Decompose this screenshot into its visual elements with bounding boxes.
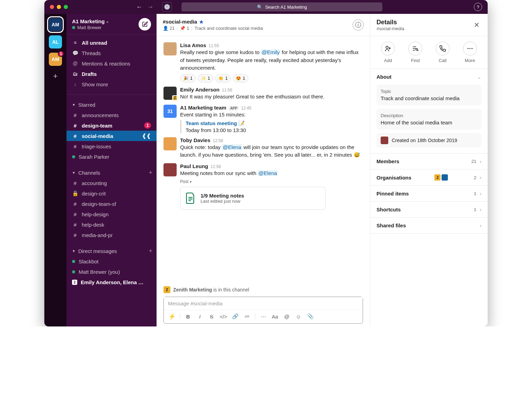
avatar[interactable] [163, 42, 177, 55]
mention[interactable]: @Elena [258, 170, 278, 176]
channel-item-accounting[interactable]: #accounting [66, 178, 157, 188]
bold-button[interactable]: B [183, 312, 193, 321]
list-button[interactable]: ≔ [242, 312, 252, 321]
dm-item-slackbot[interactable]: Slackbot [66, 256, 157, 267]
section-shortcuts[interactable]: Shortcuts1› [370, 202, 488, 217]
reaction[interactable]: 👏1 [215, 74, 231, 82]
hash-icon: # [72, 222, 78, 228]
section-shared-files[interactable]: Shared files› [370, 218, 488, 233]
close-window-button[interactable] [50, 5, 54, 9]
reaction[interactable]: 😍1 [233, 74, 248, 82]
strike-button[interactable]: S [206, 312, 217, 321]
channel-item-help-design[interactable]: #help-design [66, 209, 157, 219]
star-icon[interactable]: ★ [199, 19, 204, 25]
search-bar[interactable]: 🔍 Search A1 Marketing [181, 2, 382, 11]
compose-icon [142, 21, 148, 27]
starred-item-sarah-parker[interactable]: Sarah Parker [66, 151, 157, 162]
message-author[interactable]: Emily Anderson [180, 87, 220, 93]
section-pinned-items[interactable]: Pinned items1› [370, 186, 488, 201]
message-author[interactable]: Paul Leung [180, 163, 208, 169]
nav-item-drafts[interactable]: 🗂Drafts [66, 69, 157, 79]
action-call[interactable]: Call [436, 42, 450, 63]
history-button[interactable]: 🕘 [162, 2, 172, 12]
avatar[interactable] [163, 163, 177, 176]
avatar[interactable]: Z [163, 87, 177, 100]
attach-button[interactable]: 📎 [305, 312, 316, 321]
channel-topic[interactable]: Track and coordinate social media [195, 26, 263, 31]
mention-button[interactable]: @ [282, 312, 292, 321]
workspace-switcher[interactable]: A1 Marketing ⌄ [72, 18, 109, 24]
document-icon [185, 191, 196, 205]
compose-button[interactable] [139, 18, 151, 30]
attachment-card[interactable]: 1/9 Meeting notesLast edited just now [180, 187, 326, 210]
emoji-button[interactable]: ☺ [293, 312, 304, 321]
close-details-button[interactable]: ✕ [472, 20, 481, 30]
channel-item-help-desk[interactable]: #help-desk [66, 219, 157, 230]
channel-title[interactable]: #social-media ★ [163, 19, 263, 25]
starred-heading[interactable]: ▼ Starred [66, 99, 157, 110]
workspace-tile-am-2[interactable]: AM1 [49, 53, 62, 66]
workspace-tile-al-1[interactable]: AL [49, 35, 62, 49]
user-status[interactable]: Matt Brewer [72, 25, 109, 30]
nav-item-mentions-reactions[interactable]: @Mentions & reactions [66, 58, 157, 69]
add-dm-button[interactable]: + [149, 247, 152, 255]
channel-meta: 👤 21 | 📌 1 | Track and coordinate social… [163, 26, 263, 31]
channel-details-button[interactable]: ⓘ [353, 19, 364, 30]
italic-button[interactable]: I [195, 312, 205, 321]
chevron-down-icon: ⌄ [106, 19, 109, 23]
nav-item-all-unread[interactable]: ≡All unread [66, 37, 157, 48]
avatar[interactable]: 31 [163, 105, 177, 118]
dm-heading[interactable]: ▼ Direct messages + [66, 246, 157, 256]
action-add[interactable]: Add [381, 42, 395, 63]
add-workspace-button[interactable]: + [49, 70, 62, 82]
topic-card[interactable]: Topic Track and coordinate social media [376, 85, 481, 105]
description-card[interactable]: Description Home of the social media tea… [376, 109, 481, 130]
action-find[interactable]: Find [408, 42, 422, 63]
caret-down-icon: ▼ [72, 103, 76, 107]
mention[interactable]: @Elena [222, 144, 242, 150]
avatar[interactable] [163, 137, 177, 150]
message-time: 11:56 [222, 88, 232, 93]
mention[interactable]: @Emily [261, 49, 280, 55]
nav-item-threads[interactable]: 💬Threads [66, 48, 157, 58]
message-author[interactable]: A1 Marketing team [180, 105, 226, 111]
action-more[interactable]: More [463, 42, 477, 63]
add-channel-button[interactable]: + [149, 169, 152, 176]
pin-count[interactable]: 📌 1 [180, 26, 189, 31]
code-button[interactable]: </> [218, 312, 229, 321]
reaction[interactable]: 🎉1 [180, 74, 196, 82]
starred-item-triage-issues[interactable]: #triage-issues [66, 141, 157, 151]
link-button[interactable]: 🔗 [230, 312, 240, 321]
channel-item-design-crit[interactable]: 🔒design-crit [66, 188, 157, 199]
maximize-window-button[interactable] [64, 5, 68, 9]
back-button[interactable]: ← [134, 2, 144, 12]
about-section-toggle[interactable]: About ⌄ [370, 69, 488, 85]
message-input[interactable] [164, 297, 363, 310]
nav-item-show-more[interactable]: ↓Show more [66, 79, 157, 89]
member-count[interactable]: 👤 21 [163, 26, 175, 31]
message-author[interactable]: Lisa Amos [180, 42, 206, 48]
composer-toolbar: ⚡ B I S </> 🔗 ≔ ⋯ Aa @ ☺ 📎 [164, 310, 363, 323]
section-organisations[interactable]: OrganisationsZ2› [370, 169, 488, 185]
channel-item-design-team-sf[interactable]: #design-team-sf [66, 199, 157, 209]
more-format-button[interactable]: ⋯ [258, 312, 268, 321]
reaction[interactable]: ✨1 [198, 74, 213, 82]
forward-button[interactable]: → [145, 2, 155, 12]
starred-item-social-media[interactable]: #social-media❰❰ [66, 131, 157, 141]
post-label[interactable]: Post ▾ [180, 179, 363, 184]
event-title[interactable]: Team status meeting 📝 [186, 120, 363, 126]
channels-heading[interactable]: ▼ Channels + [66, 167, 157, 178]
section-members[interactable]: Members21› [370, 154, 488, 169]
minimize-window-button[interactable] [57, 5, 61, 9]
dm-item-matt-brewer-you-[interactable]: Matt Brewer (you) [66, 267, 157, 277]
starred-item-announcements[interactable]: #announcements [66, 110, 157, 120]
channel-item-media-and-pr[interactable]: #media-and-pr [66, 230, 157, 240]
font-button[interactable]: Aa [270, 312, 280, 321]
starred-item-design-team[interactable]: #design-team1 [66, 120, 157, 131]
workspace-tile-am-0[interactable]: AM [49, 18, 62, 31]
lock-icon: 🔒 [72, 190, 78, 196]
help-button[interactable]: ? [474, 3, 482, 11]
dm-item-emily-anderson-elena-[interactable]: 2Emily Anderson, Elena … [66, 277, 157, 287]
shortcuts-button[interactable]: ⚡ [167, 312, 177, 321]
message-author[interactable]: Toby Davies [180, 137, 210, 143]
